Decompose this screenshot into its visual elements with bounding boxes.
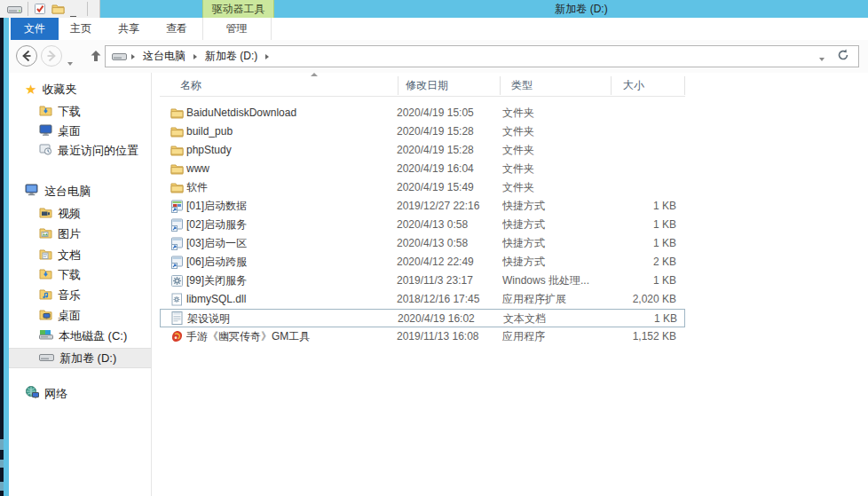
sidebar-label: 最近访问的位置 (58, 143, 138, 159)
folder-icon (170, 162, 184, 176)
dll-gear-icon (170, 293, 184, 306)
navigation-bar: 这台电脑 新加卷 (D:) (9, 40, 868, 74)
column-header-size[interactable]: 大小 (623, 75, 644, 96)
videos-folder-icon (39, 207, 52, 221)
sidebar-label: 收藏夹 (42, 82, 76, 98)
table-row[interactable]: libmySQL.dll 2018/12/16 17:45 应用程序扩展 2,0… (160, 290, 685, 309)
breadcrumb-this-pc[interactable]: 这台电脑 (139, 49, 189, 64)
table-row[interactable]: [99]关闭服务 2019/11/3 23:17 Windows 批处理... … (160, 272, 685, 290)
separator (271, 18, 272, 40)
table-row[interactable]: build_pub 2020/4/19 15:28 文件夹 (160, 122, 685, 141)
table-row[interactable]: [01]启动数据 2019/12/27 22:16 快捷方式 1 KB (160, 197, 685, 216)
new-folder-icon[interactable] (51, 3, 65, 15)
sidebar-item-new-volume-d[interactable]: 新加卷 (D:) (9, 348, 151, 368)
file-size (577, 122, 676, 141)
table-row[interactable]: [03]启动一区 2020/4/13 0:58 快捷方式 1 KB (160, 234, 685, 253)
file-date: 2019/12/27 22:16 (397, 197, 493, 216)
desktop-icon (39, 124, 52, 138)
column-header-name[interactable]: 名称 (180, 75, 201, 96)
file-size (577, 104, 676, 122)
breadcrumb-drive[interactable]: 新加卷 (D:) (201, 49, 261, 64)
file-name: [99]关闭服务 (186, 272, 392, 290)
shortcut-icon (170, 200, 184, 213)
tab-manage[interactable]: 管理 (202, 18, 271, 40)
column-headers: 名称 修改日期 类型 大小 (160, 75, 685, 97)
drive-icon (39, 351, 54, 365)
file-date: 2019/11/3 23:17 (397, 272, 493, 290)
ribbon-tabs: 文件 主页 共享 查看 管理 (9, 18, 868, 41)
folder-icon (170, 144, 184, 157)
separator[interactable] (611, 76, 612, 95)
sidebar-label: 文档 (58, 248, 81, 264)
table-row-selected[interactable]: 架设说明 2020/4/19 16:02 文本文档 1 KB (160, 309, 685, 327)
sidebar-label: 视频 (58, 206, 81, 222)
properties-check-icon[interactable] (34, 3, 46, 15)
sidebar-label: 桌面 (58, 123, 81, 139)
separator[interactable] (500, 76, 501, 95)
file-date: 2020/4/19 15:05 (397, 104, 493, 122)
table-row[interactable]: BaiduNetdiskDownload 2020/4/19 15:05 文件夹 (160, 104, 685, 122)
tab-share[interactable]: 共享 (105, 18, 153, 40)
desktop-folder-icon (39, 309, 52, 323)
sidebar-item-network[interactable]: 网络 (25, 384, 167, 403)
column-header-date[interactable]: 修改日期 (406, 75, 448, 96)
recent-locations-dropdown-icon[interactable] (67, 53, 73, 69)
text-document-icon (171, 311, 185, 325)
file-date: 2020/4/19 16:02 (398, 310, 493, 328)
download-folder-icon (39, 105, 52, 119)
column-header-type[interactable]: 类型 (511, 75, 533, 96)
sidebar-label: 这台电脑 (44, 184, 91, 200)
file-size: 1 KB (577, 216, 676, 234)
up-button[interactable] (87, 47, 105, 65)
file-size: 1 KB (577, 197, 676, 216)
tab-view[interactable]: 查看 (153, 18, 201, 40)
file-size: 1 KB (577, 234, 676, 253)
file-name: 软件 (186, 178, 392, 197)
sort-ascending-icon (311, 73, 318, 76)
file-date: 2019/11/13 16:08 (397, 327, 493, 346)
refresh-icon[interactable] (837, 49, 849, 65)
table-row[interactable]: www 2020/4/19 16:04 文件夹 (160, 160, 685, 178)
separator[interactable] (398, 76, 398, 95)
table-row[interactable]: phpStudy 2020/4/19 15:28 文件夹 (160, 141, 685, 160)
title-bar: 驱动器工具 新加卷 (D:) (0, 0, 868, 18)
separator[interactable] (684, 76, 685, 95)
documents-folder-icon (39, 248, 52, 263)
application-icon (170, 330, 184, 343)
drive-icon (39, 329, 53, 342)
sidebar-label: 音乐 (58, 287, 81, 303)
table-row[interactable]: [06]启动跨服 2020/4/12 22:49 快捷方式 2 KB (160, 253, 685, 272)
tab-home[interactable]: 主页 (57, 18, 105, 40)
table-row[interactable]: [02]启动服务 2020/4/13 0:58 快捷方式 1 KB (160, 216, 685, 234)
shortcut-icon (170, 256, 184, 269)
file-date: 2020/4/19 16:04 (397, 160, 493, 178)
music-folder-icon (39, 288, 52, 303)
address-dropdown-icon[interactable] (819, 49, 825, 65)
file-name: BaiduNetdiskDownload (186, 104, 392, 122)
file-name: [06]启动跨服 (186, 253, 392, 272)
file-name: 手游《幽冥传奇》GM工具 (186, 327, 392, 346)
sidebar-label: 下载 (58, 104, 81, 120)
file-date: 2020/4/12 22:49 (397, 253, 493, 272)
table-row[interactable]: 手游《幽冥传奇》GM工具 2019/11/13 16:08 应用程序 1,152… (160, 327, 685, 346)
sidebar-label: 网络 (44, 386, 67, 402)
sidebar-item-favorites[interactable]: ★ 收藏夹 (25, 80, 167, 98)
back-button[interactable] (16, 45, 37, 67)
sidebar-label: 桌面 (58, 308, 81, 324)
folder-icon (170, 125, 184, 138)
sidebar-item-this-pc[interactable]: 这台电脑 (25, 182, 167, 201)
table-row[interactable]: 软件 2020/4/19 15:49 文件夹 (160, 178, 685, 197)
quick-access-toolbar (0, 0, 100, 18)
tab-file[interactable]: 文件 (11, 18, 59, 40)
forward-button[interactable] (41, 45, 62, 67)
breadcrumb-arrow-icon (131, 54, 135, 59)
file-date: 2020/4/13 0:58 (397, 234, 493, 253)
contextual-tab-drive-tools[interactable]: 驱动器工具 (202, 0, 274, 18)
address-bar[interactable]: 这台电脑 新加卷 (D:) (105, 45, 859, 67)
drive-icon (112, 49, 127, 65)
file-size (577, 141, 676, 160)
file-size: 1 KB (577, 272, 676, 290)
file-size (577, 178, 676, 197)
system-drive-icon[interactable] (7, 3, 22, 15)
file-name: build_pub (186, 122, 392, 141)
